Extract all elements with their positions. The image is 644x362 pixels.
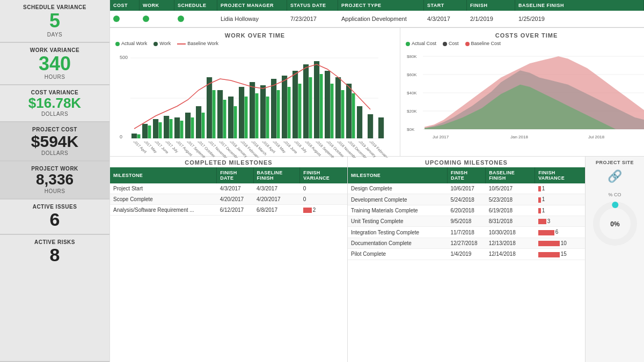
variance-bar (538, 252, 560, 257)
cost-variance-value: $16.78K (5, 95, 104, 111)
col-upcoming-milestone: MILESTONE (348, 167, 447, 183)
svg-text:$40K: $40K (407, 91, 417, 95)
schedule-dot-cell (174, 14, 217, 24)
upcoming-milestone-name: Integration Testing Complete (348, 227, 447, 238)
completed-milestones-title: COMPLETED MILESTONES (110, 157, 347, 167)
milestone-name: Project Start (110, 183, 217, 194)
svg-rect-11 (164, 116, 169, 138)
svg-rect-27 (250, 82, 255, 138)
svg-rect-49 (378, 117, 384, 138)
svg-rect-45 (346, 84, 352, 138)
variance-bar (538, 241, 560, 246)
active-risks-value: 8 (5, 245, 104, 265)
cost-variance-unit: DOLLARS (5, 111, 104, 117)
svg-rect-21 (217, 90, 223, 138)
col-header-start: START (424, 0, 467, 11)
costs-chart-title: COSTS OVER TIME (406, 32, 644, 39)
charts-row: WORK OVER TIME Actual Work Work Baseline… (110, 28, 644, 157)
finish-cell: 2/1/2019 (467, 14, 515, 24)
legend-actual-cost: Actual Cost (406, 41, 436, 46)
completion-gauge: 0% (591, 200, 639, 248)
project-work-unit: HOURS (5, 188, 104, 194)
variance-number: 1 (542, 208, 545, 213)
work-dot-cell (140, 14, 174, 24)
work-chart-svg: 500 0 (115, 48, 394, 139)
upcoming-milestone-row: Development Complete 5/24/2018 5/23/2018… (348, 194, 585, 205)
variance-number: 15 (561, 251, 567, 257)
table-row: Lidia Holloway 7/23/2017 Application Dev… (110, 11, 644, 27)
svg-rect-47 (357, 106, 362, 138)
upcoming-table-header: MILESTONE FINISH DATE BASELINE FINISH FI… (348, 167, 585, 183)
variance-number: 1 (542, 196, 545, 202)
finish-variance: 0 (300, 183, 347, 194)
variance-bar (538, 186, 541, 191)
schedule-variance-value: 5 (5, 10, 104, 32)
upcoming-finish-date: 1/4/2019 (447, 249, 485, 260)
legend-actual-work: Actual Work (115, 41, 147, 46)
work-chart-legend: Actual Work Work Baseline Work (115, 41, 394, 46)
completed-table-header: MILESTONE FINISH DATE BASELINE FINISH FI… (110, 167, 347, 183)
upcoming-finish-date: 12/27/2018 (447, 238, 485, 248)
upcoming-milestones-table: MILESTONE FINISH DATE BASELINE FINISH FI… (348, 167, 585, 260)
variance-value: 0 (303, 196, 306, 202)
upcoming-finish-variance: 1 (535, 194, 585, 205)
active-risks-card: ACTIVE RISKS 8 (0, 235, 109, 362)
svg-rect-46 (352, 93, 355, 138)
svg-rect-13 (174, 117, 180, 138)
cost-variance-card: COST VARIANCE $16.78K DOLLARS (0, 85, 109, 122)
svg-text:500: 500 (120, 55, 128, 60)
schedule-variance-unit: DAYS (5, 32, 104, 38)
upcoming-baseline-finish: 10/5/2017 (486, 183, 535, 194)
upcoming-baseline-finish: 6/19/2018 (486, 205, 535, 216)
svg-rect-23 (228, 97, 233, 138)
col-header-cost: COST (110, 0, 140, 11)
upcoming-milestone-name: Training Materials Complete (348, 205, 447, 216)
svg-rect-32 (277, 90, 280, 138)
work-over-time-chart: WORK OVER TIME Actual Work Work Baseline… (110, 28, 400, 156)
variance-number: 10 (561, 240, 567, 246)
completed-milestone-row: Scope Complete 4/20/2017 4/20/2017 0 (110, 194, 347, 205)
svg-rect-35 (292, 71, 298, 138)
finish-date: 4/20/2017 (217, 194, 253, 205)
milestone-name: Scope Complete (110, 194, 217, 205)
col-header-pm: PROJECT MANAGER (217, 0, 287, 11)
svg-text:0%: 0% (610, 220, 620, 228)
col-header-schedule: SCHEDULE (174, 0, 217, 11)
project-cost-unit: DOLLARS (5, 150, 104, 156)
svg-rect-16 (191, 117, 194, 138)
project-site-link-icon[interactable]: 🔗 (608, 169, 622, 183)
svg-rect-40 (320, 74, 323, 138)
upcoming-milestone-name: Pilot Complete (348, 249, 447, 260)
svg-rect-19 (207, 77, 212, 138)
upcoming-baseline-finish: 5/23/2018 (486, 194, 535, 205)
col-baseline-finish: BASELINE FINISH (253, 167, 300, 183)
upcoming-finish-variance: 1 (535, 205, 585, 216)
finish-date: 4/3/2017 (217, 183, 253, 194)
active-issues-title: ACTIVE ISSUES (5, 204, 104, 210)
baseline-finish: 4/20/2017 (253, 194, 300, 205)
schedule-variance-card: SCHEDULE VARIANCE 5 DAYS (0, 0, 109, 43)
upcoming-finish-date: 6/20/2018 (447, 205, 485, 216)
svg-text:Jul 2017: Jul 2017 (433, 135, 449, 139)
variance-number: 2 (313, 207, 316, 213)
upcoming-milestone-row: Documentation Complete 12/27/2018 12/13/… (348, 238, 585, 248)
work-chart-x-labels: 2017 April2017 May2017 June2017 July2017… (130, 142, 380, 158)
start-cell: 4/3/2017 (424, 14, 467, 24)
svg-rect-36 (298, 84, 302, 138)
upcoming-baseline-finish: 8/31/2018 (486, 216, 535, 227)
svg-rect-43 (335, 77, 341, 138)
svg-rect-33 (282, 76, 287, 138)
project-work-value: 8,336 (5, 172, 104, 188)
status-date-cell: 7/23/2017 (287, 14, 338, 24)
col-milestone: MILESTONE (110, 167, 217, 183)
completion-label: % CO (608, 192, 621, 197)
svg-rect-5 (131, 134, 137, 138)
milestone-name: Analysis/Software Requirement ... (110, 205, 217, 216)
upcoming-finish-variance: 15 (535, 249, 585, 260)
upcoming-baseline-finish: 12/13/2018 (486, 238, 535, 248)
col-finish-variance: FINISH VARIANCE (300, 167, 347, 183)
cost-dot-cell (110, 14, 140, 24)
svg-text:0: 0 (120, 134, 122, 139)
cost-dot (443, 42, 447, 46)
svg-rect-20 (213, 90, 216, 138)
